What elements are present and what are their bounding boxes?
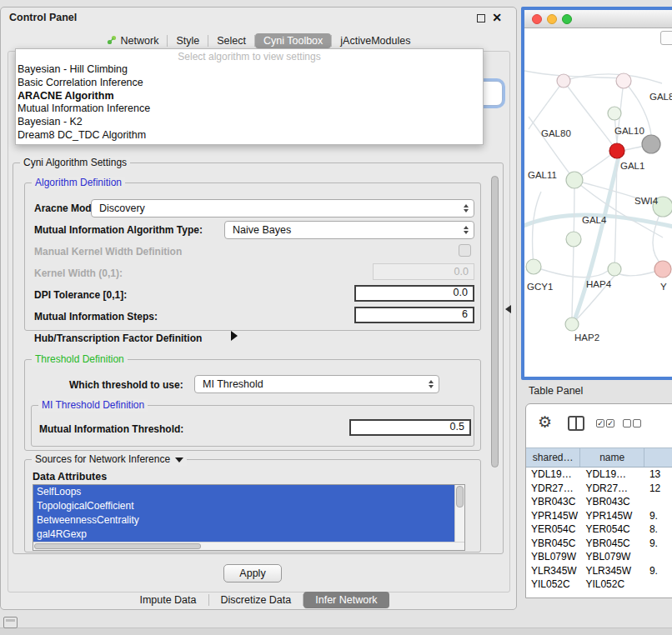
expanded-arrow-icon[interactable]: [175, 458, 183, 462]
apply-button[interactable]: Apply: [223, 564, 282, 582]
gear-icon[interactable]: ⚙: [538, 412, 552, 432]
table-row[interactable]: YDL19…YDL19…13: [526, 468, 672, 482]
table-cell: 8.: [644, 522, 672, 537]
settings-scrollbar-thumb[interactable]: [491, 176, 499, 468]
network-node[interactable]: [566, 232, 581, 247]
network-node[interactable]: [609, 143, 624, 158]
tab-label: jActiveModules: [340, 35, 410, 47]
close-window-icon[interactable]: ✕: [492, 11, 502, 24]
zoom-traffic-light[interactable]: [562, 14, 572, 24]
table-cell: YDL19…: [580, 468, 644, 482]
network-node[interactable]: [608, 262, 621, 276]
table-row[interactable]: YBR045CYBR045C9.: [526, 537, 672, 551]
mi-threshold-input[interactable]: 0.5: [349, 419, 471, 436]
column-header-shared[interactable]: shared…: [526, 448, 580, 467]
network-node[interactable]: [557, 74, 570, 88]
table-cell: YBR043C: [526, 495, 580, 509]
group-title-sources: Sources for Network Inference: [32, 453, 187, 466]
network-edge[interactable]: [534, 267, 608, 278]
table-row[interactable]: YIL052CYIL052C: [526, 578, 672, 592]
table-toolbar: ⚙ ✓✓: [526, 404, 672, 448]
attribute-item-betweennesscentrality[interactable]: BetweennessCentrality: [33, 513, 454, 528]
network-node[interactable]: [616, 73, 631, 88]
network-edge[interactable]: [529, 81, 564, 129]
network-node[interactable]: [566, 172, 583, 188]
tab-jactivemodules[interactable]: jActiveModules: [332, 33, 419, 48]
network-node-label-gal10: GAL10: [614, 126, 644, 136]
attributes-hscrollbar-thumb[interactable]: [34, 543, 201, 549]
dropdown-item-bayesian-k2[interactable]: Bayesian - K2: [16, 116, 483, 129]
attribute-item-selfloops[interactable]: SelfLoops: [33, 485, 454, 499]
bottom-tab-infer-network[interactable]: Infer Network: [303, 592, 389, 608]
columns-icon[interactable]: [568, 416, 584, 431]
dropdown-item-aracne-algorithm[interactable]: ARACNE Algorithm: [16, 90, 483, 103]
network-window-titlebar[interactable]: [524, 10, 672, 28]
deselect-all-icon[interactable]: [623, 419, 641, 428]
bottom-tabbar: Impute DataDiscretize DataInfer Network: [1, 590, 516, 610]
splitter-collapse-icon[interactable]: [505, 305, 511, 313]
table-cell: 9.: [644, 509, 672, 523]
network-scrollbar[interactable]: [660, 31, 672, 45]
table-row[interactable]: YBR043CYBR043C: [526, 495, 672, 509]
attribute-item-gal4rgexp[interactable]: gal4RGexp: [33, 528, 454, 542]
network-node[interactable]: [642, 135, 660, 153]
minimize-traffic-light[interactable]: [547, 14, 557, 24]
tab-style[interactable]: Style: [168, 33, 208, 48]
network-graph[interactable]: GAL8GAL80GAL10GAL1GAL11SWI4GAL4GCY1HAP4Y…: [524, 28, 672, 377]
data-attributes-list[interactable]: SelfLoopsTopologicalCoefficientBetweenne…: [33, 484, 465, 551]
float-window-icon[interactable]: [477, 14, 485, 22]
select-all-icon[interactable]: ✓✓: [596, 419, 614, 428]
close-traffic-light[interactable]: [532, 14, 542, 24]
column-header-2[interactable]: [644, 448, 672, 467]
network-node[interactable]: [526, 259, 541, 274]
network-node-label-gal4: GAL4: [582, 215, 607, 225]
dpi-tolerance-input[interactable]: 0.0: [354, 285, 474, 302]
dropdown-item-bayesian-hill-climbing[interactable]: Bayesian - Hill Climbing: [16, 63, 483, 77]
tab-select[interactable]: Select: [208, 33, 254, 48]
table-cell: YDR27…: [526, 482, 580, 496]
mi-steps-input[interactable]: 6: [354, 307, 474, 323]
bottom-tab-impute-data[interactable]: Impute Data: [128, 592, 208, 608]
collapsed-panel-icon[interactable]: [3, 617, 18, 628]
table-cell: 9.: [644, 537, 672, 551]
kernel-width-label: Kernel Width (0,1):: [34, 268, 123, 279]
table-row[interactable]: YDR27…YDR27…12: [526, 482, 672, 496]
dropdown-item-basic-correlation-inference[interactable]: Basic Correlation Inference: [16, 77, 483, 90]
dropdown-item-dream8-dc-tdc-algorithm[interactable]: Dream8 DC_TDC Algorithm: [16, 129, 483, 142]
control-panel-window: Control Panel ✕ NetworkStyleSelectCyni T…: [0, 7, 517, 610]
network-node-label-gal8: GAL8: [649, 92, 672, 102]
table-row[interactable]: YLR345WYLR345W9.: [526, 564, 672, 578]
table-row[interactable]: YER054CYER054C8.: [526, 522, 672, 537]
tab-cyni-toolbox[interactable]: Cyni Toolbox: [255, 33, 331, 48]
network-node[interactable]: [565, 318, 579, 331]
table-cell: 9.: [644, 564, 672, 578]
network-node[interactable]: [654, 261, 671, 278]
table-row[interactable]: YPR145WYPR145W9.: [526, 509, 672, 523]
network-canvas[interactable]: GAL8GAL80GAL10GAL1GAL11SWI4GAL4GCY1HAP4Y…: [524, 28, 672, 377]
network-node[interactable]: [608, 107, 621, 120]
which-threshold-select[interactable]: MI Threshold: [194, 375, 439, 393]
network-edge[interactable]: [572, 180, 574, 318]
network-edge[interactable]: [533, 192, 541, 267]
network-edge[interactable]: [564, 81, 614, 148]
network-edge[interactable]: [574, 180, 663, 238]
attributes-vscrollbar[interactable]: [454, 485, 464, 542]
network-node-label-gal1: GAL1: [620, 161, 644, 171]
collapsed-arrow-icon[interactable]: [231, 331, 238, 341]
table-cell: YDL19…: [526, 468, 580, 482]
table-cell: YBL079W: [526, 550, 580, 564]
dropdown-item-mutual-information-inference[interactable]: Mutual Information Inference: [16, 102, 483, 116]
attributes-vscrollbar-thumb[interactable]: [456, 486, 464, 508]
attribute-item-topologicalcoefficient[interactable]: TopologicalCoefficient: [33, 499, 454, 513]
mi-algorithm-type-select[interactable]: Naive Bayes: [224, 221, 474, 239]
attributes-hscrollbar[interactable]: [33, 542, 464, 550]
aracne-mode-select[interactable]: Discovery: [91, 199, 474, 218]
column-header-name[interactable]: name: [580, 448, 644, 467]
table-cell: YBL079W: [580, 550, 644, 564]
spinner-arrows-icon: [464, 226, 469, 234]
settings-scrollbar-track[interactable]: [491, 171, 499, 548]
table-row[interactable]: YBL079WYBL079W: [526, 550, 672, 564]
bottom-tab-discretize-data[interactable]: Discretize Data: [209, 592, 303, 608]
tab-network[interactable]: Network: [98, 33, 168, 49]
network-edge[interactable]: [564, 74, 662, 83]
